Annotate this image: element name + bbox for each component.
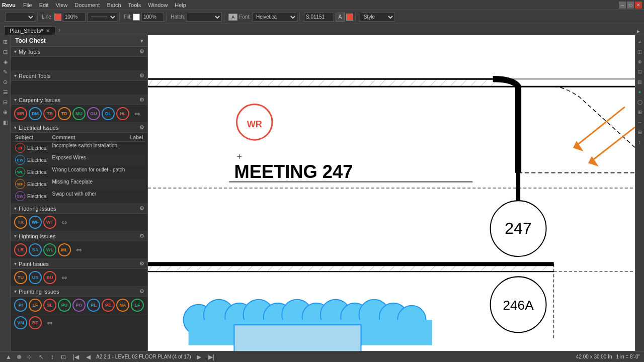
carpentry-badge-DM[interactable]: DM [29,107,42,120]
flooring-issues-section-header[interactable]: ▾ Flooring Issues ⚙ [11,204,147,214]
carpentry-gear-icon[interactable]: ⚙ [139,97,144,103]
flooring-gear-icon[interactable]: ⚙ [139,205,144,212]
paint-badge-US[interactable]: US [29,271,42,284]
cursor-icon[interactable]: ↖ [37,353,45,360]
sidebar-icon-6[interactable]: ☰ [1,87,10,97]
lighting-badge-WL[interactable]: WL [43,243,56,256]
lighting-badge-ML[interactable]: ML [58,243,71,256]
carpentry-badge-TD[interactable]: TD [58,107,71,120]
electrical-issue-row[interactable]: SW Electrical Swap out with other [13,190,145,202]
paint-badge-TU[interactable]: TU [14,271,27,284]
plumbing-issues-section-header[interactable]: ▾ Plumbing Issues ⚙ [11,287,147,297]
sidebar-icon-9[interactable]: ◧ [1,118,10,127]
lighting-badge-SA[interactable]: SA [29,243,42,256]
menu-edit[interactable]: Edit [36,1,52,9]
my-tools-section-header[interactable]: ▾ My Tools ⚙ [11,47,147,57]
electrical-issues-section-header[interactable]: ▾ Electrical Issues ⚙ [11,123,147,133]
right-icon-6[interactable]: ● [635,87,645,97]
plumbing-badge-PI[interactable]: PI [14,299,27,312]
status-triangle-icon[interactable]: ▲ [4,353,13,360]
flooring-badge-TR[interactable]: TR [14,216,27,229]
electrical-badge-SW[interactable]: SW [15,191,25,201]
carpentry-badge-HL[interactable]: HL [116,107,129,120]
sidebar-icon-8[interactable]: ⊕ [1,108,10,117]
hatch-select[interactable] [187,13,222,22]
minimize-button[interactable]: ─ [619,2,626,9]
right-icon-2[interactable]: ◫ [635,47,645,56]
menu-document[interactable]: Document [71,1,103,9]
sidebar-icon-4[interactable]: ✎ [1,67,10,76]
tab-close-icon[interactable]: ✕ [46,28,50,34]
electrical-issue-row[interactable]: EI Electrical Incomplete switch installa… [13,142,145,154]
plumbing-badge-LF2[interactable]: LF [131,299,144,312]
paint-issues-section-header[interactable]: ▾ Paint Issues ⚙ [11,259,147,269]
plumbing-gear-icon[interactable]: ⚙ [139,288,144,295]
right-icon-7[interactable]: ◯ [635,98,645,107]
my-tools-gear-icon[interactable]: ⚙ [139,48,144,55]
flooring-badge-WT[interactable]: WT [43,216,56,229]
plumbing-drag-icon[interactable]: ⇔ [43,316,56,329]
nav-last[interactable]: ▶| [207,353,216,360]
sidebar-icon-5[interactable]: ⊙ [1,77,10,86]
nav-first[interactable]: |◀ [71,353,80,360]
electrical-issue-row[interactable]: MF Electrical Missing Faceplate [13,178,145,190]
markup-format-button[interactable]: A [336,13,345,22]
restore-button[interactable]: ▭ [627,2,634,9]
line-width-input[interactable] [63,13,86,22]
carpentry-badge-DL[interactable]: DL [102,107,115,120]
tab-right-arrow[interactable]: ▸ [637,28,640,35]
menu-help[interactable]: Help [171,1,190,9]
menu-tools[interactable]: Tools [125,1,145,9]
paint-gear-icon[interactable]: ⚙ [139,260,144,267]
plumbing-badge-VM[interactable]: VM [14,316,27,329]
plan-sheets-tab[interactable]: Plan_Sheets* ✕ [4,26,55,35]
electrical-badge-EW[interactable]: EW [15,155,25,165]
recent-tools-section-header[interactable]: ▾ Recent Tools ⚙ [11,71,147,81]
fill-color-swatch[interactable] [133,14,140,21]
menu-view[interactable]: View [52,1,71,9]
sidebar-icon-2[interactable]: ⊡ [1,47,10,56]
font-select[interactable]: Helvetica [252,13,297,22]
right-icon-11[interactable]: ↕ [635,138,645,147]
profile-select[interactable] [5,13,35,22]
sidebar-icon-1[interactable]: ⊞ [1,37,10,46]
plumbing-badge-NA[interactable]: NA [116,299,129,312]
menu-batch[interactable]: Batch [103,1,124,9]
canvas-area[interactable]: MEETING 247 [148,35,635,351]
tool-chest-toggle[interactable]: ▾ [140,38,143,44]
menu-window[interactable]: Window [144,1,171,9]
right-icon-1[interactable]: ≡ [635,37,645,46]
carpentry-badge-TB[interactable]: TB [43,107,56,120]
carpentry-badge-GU[interactable]: GU [87,107,100,120]
carpentry-badge-WR[interactable]: WR [14,107,27,120]
right-icon-10[interactable]: ⊟ [635,128,645,137]
electrical-issue-row[interactable]: WL Electrical Wrong Location for outlet … [13,166,145,178]
sidebar-icon-7[interactable]: ⊟ [1,98,10,107]
right-icon-5[interactable]: ▤ [635,77,645,86]
plumbing-badge-PO[interactable]: PO [72,299,86,312]
lighting-gear-icon[interactable]: ⚙ [139,233,144,239]
electrical-gear-icon[interactable]: ⚙ [139,124,144,131]
plumbing-badge-BF[interactable]: BF [29,316,42,329]
right-icon-8[interactable]: ⊞ [635,108,645,117]
plumbing-badge-SL[interactable]: SL [43,299,56,312]
snap-icon[interactable]: ⊹ [25,353,33,360]
lighting-badge-LR[interactable]: LR [14,243,27,256]
carpentry-issues-section-header[interactable]: ▾ Carpentry Issues ⚙ [11,95,147,105]
plumbing-badge-LF[interactable]: LF [29,299,42,312]
lighting-issues-section-header[interactable]: ▾ Lighting Issues ⚙ [11,231,147,241]
plumbing-badge-PL[interactable]: PL [87,299,100,312]
paint-badge-BU[interactable]: BU [43,271,56,284]
electrical-badge-MF[interactable]: MF [15,179,25,189]
electrical-issue-row[interactable]: EW Electrical Exposed Wires [13,154,145,166]
paint-drag-icon[interactable]: ⇔ [58,271,71,284]
style-select[interactable]: Style [360,13,395,22]
right-icon-3[interactable]: ⊕ [635,57,645,66]
right-icon-9[interactable]: ↔ [635,118,645,127]
flooring-badge-WF[interactable]: WF [29,216,42,229]
carpentry-drag-icon[interactable]: ⇔ [131,107,144,120]
add-tab-button[interactable]: › [55,25,64,35]
plumbing-badge-PU[interactable]: PU [58,299,71,312]
coord-input[interactable] [304,13,334,22]
menu-file[interactable]: File [20,1,36,9]
